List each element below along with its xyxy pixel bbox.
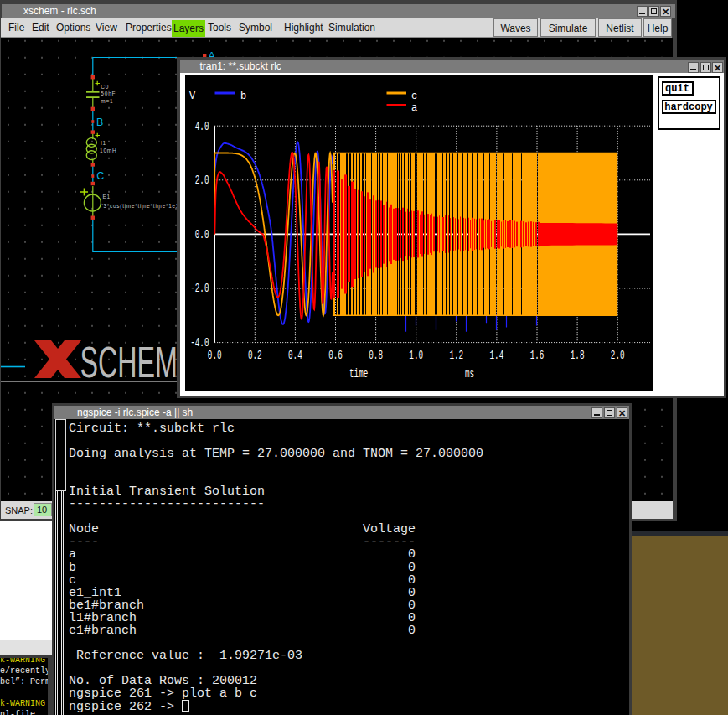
svg-text:1.6: 1.6 bbox=[530, 349, 545, 363]
svg-text:-4.0: -4.0 bbox=[190, 336, 209, 350]
svg-text:l1: l1 bbox=[101, 140, 106, 146]
svg-text:b: b bbox=[240, 91, 246, 102]
svg-text:'3*cos(time*time*time*1e11)': '3*cos(time*time*time*1e11)' bbox=[102, 203, 187, 210]
svg-text:4.0: 4.0 bbox=[195, 119, 209, 133]
svg-text:2.0: 2.0 bbox=[195, 174, 209, 188]
svg-text:time: time bbox=[349, 367, 368, 381]
svg-text:E1: E1 bbox=[102, 194, 111, 199]
svg-text:0.8: 0.8 bbox=[369, 349, 383, 363]
svg-text:0.2: 0.2 bbox=[248, 349, 262, 363]
svg-text:-2.0: -2.0 bbox=[190, 282, 209, 296]
svg-text:ms: ms bbox=[465, 367, 474, 381]
svg-text:0.6: 0.6 bbox=[328, 349, 343, 363]
svg-text:1.4: 1.4 bbox=[490, 349, 504, 363]
svg-text:SCHEM: SCHEM bbox=[80, 338, 178, 386]
svg-text:c: c bbox=[411, 91, 417, 102]
svg-text:a: a bbox=[411, 102, 417, 114]
svg-text:1.2: 1.2 bbox=[449, 349, 463, 363]
svg-text:1.0: 1.0 bbox=[409, 349, 423, 363]
svg-text:1.8: 1.8 bbox=[571, 349, 585, 363]
svg-text:C0: C0 bbox=[101, 84, 109, 90]
svg-text:C: C bbox=[96, 170, 104, 182]
svg-text:2.0: 2.0 bbox=[611, 349, 625, 363]
svg-text:m=1: m=1 bbox=[101, 98, 113, 104]
svg-text:0.0: 0.0 bbox=[208, 349, 222, 363]
svg-text:0.4: 0.4 bbox=[288, 349, 302, 363]
svg-text:10mH: 10mH bbox=[100, 148, 117, 153]
svg-text:V: V bbox=[189, 91, 196, 102]
svg-text:B: B bbox=[96, 117, 103, 128]
svg-text:0.0: 0.0 bbox=[195, 228, 209, 242]
svg-text:50nF: 50nF bbox=[101, 91, 116, 96]
